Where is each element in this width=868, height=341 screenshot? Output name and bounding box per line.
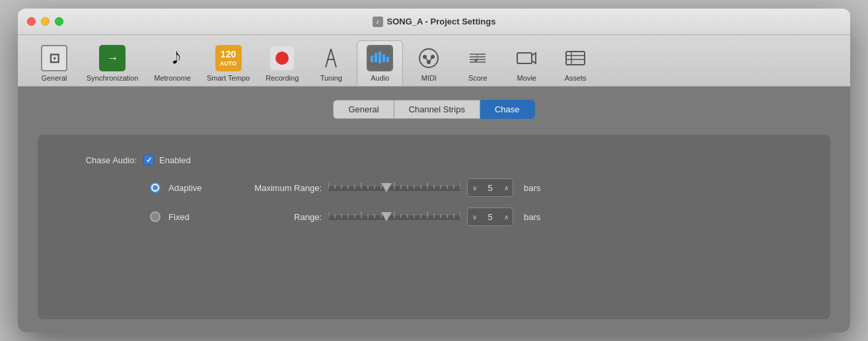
chase-audio-label: Chase Audio: (64, 155, 137, 165)
svg-text:♩: ♩ (474, 52, 479, 63)
score-icon: ♩ (464, 45, 491, 71)
window-controls (27, 17, 63, 26)
main-content: General Channel Strips Chase Chase Audio… (18, 87, 850, 332)
max-range-slider-track (328, 186, 460, 189)
toolbar-label-metro: Metronome (154, 74, 191, 82)
toolbar-item-synchronization[interactable]: → Synchronization (80, 41, 145, 86)
minimize-button[interactable] (41, 17, 50, 26)
settings-panel: Chase Audio: ✓ Enabled Adaptive (38, 135, 830, 319)
toolbar-label-assets: Assets (565, 74, 587, 82)
svg-rect-9 (382, 54, 385, 62)
radio-dot (153, 185, 158, 190)
svg-rect-8 (379, 52, 381, 63)
close-button[interactable] (27, 17, 36, 26)
svg-rect-22 (517, 53, 532, 63)
svg-point-11 (419, 49, 438, 67)
assets-icon (562, 45, 589, 71)
toolbar-item-metronome[interactable]: 𝅘𝅥𝅮 Metronome (147, 41, 198, 86)
fixed-radio[interactable] (150, 211, 161, 222)
sync-icon: → (99, 45, 126, 71)
max-range-slider-thumb[interactable] (381, 183, 392, 192)
general-icon: ⊡ (41, 45, 67, 71)
tempo-icon: 120 AUTO (215, 45, 242, 71)
app-icon: ♪ (373, 17, 383, 27)
toolbar-label-sync: Synchronization (87, 74, 138, 82)
subtab-channel-strips[interactable]: Channel Strips (394, 100, 480, 119)
svg-rect-71 (328, 218, 460, 220)
adaptive-label: Adaptive (168, 183, 215, 193)
range-value-control: ∨ 5 ∧ (467, 208, 513, 226)
toolbar-label-score: Score (468, 74, 488, 82)
max-range-value-control: ∨ 5 ∧ (467, 178, 513, 197)
fixed-row: Fixed Range: (150, 208, 804, 226)
range-label: Range: (242, 212, 322, 222)
max-range-down-button[interactable]: ∨ (468, 179, 481, 196)
range-unit: bars (524, 212, 540, 222)
midi-icon (416, 45, 442, 71)
enabled-checkbox[interactable]: ✓ (143, 155, 154, 165)
subtab-general[interactable]: General (333, 100, 394, 119)
svg-point-1 (275, 52, 289, 65)
toolbar-label-midi: MIDI (421, 74, 437, 82)
subtab-chase[interactable]: Chase (480, 100, 535, 119)
enabled-checkbox-container: ✓ Enabled (143, 155, 191, 165)
movie-icon (513, 45, 540, 71)
adaptive-row: Adaptive Maximum Range: (150, 178, 804, 197)
svg-line-15 (425, 57, 429, 62)
svg-line-3 (331, 49, 336, 67)
toolbar-label-recording: Recording (266, 74, 299, 82)
fixed-label: Fixed (168, 212, 215, 222)
toolbar-item-assets[interactable]: Assets (552, 41, 598, 86)
svg-rect-49 (328, 189, 460, 191)
toolbar-item-smart-tempo[interactable]: 120 AUTO Smart Tempo (200, 41, 256, 86)
toolbar-item-score[interactable]: ♩ Score (454, 41, 501, 86)
max-range-label: Maximum Range: (242, 183, 322, 193)
toolbar-item-recording[interactable]: Recording (259, 41, 305, 86)
enabled-label: Enabled (159, 155, 191, 165)
range-slider-track (328, 215, 460, 218)
chase-audio-row: Chase Audio: ✓ Enabled (64, 155, 804, 165)
svg-line-2 (326, 49, 331, 67)
audio-icon (367, 45, 393, 71)
toolbar-item-tuning[interactable]: Tuning (308, 41, 354, 86)
toolbar-label-audio: Audio (371, 74, 389, 82)
subtabs: General Channel Strips Chase (333, 100, 534, 119)
recording-icon (269, 45, 295, 71)
max-range-up-button[interactable]: ∧ (499, 179, 513, 196)
toolbar-item-audio[interactable]: Audio (357, 40, 403, 86)
max-range-value: 5 (481, 183, 499, 193)
range-value: 5 (481, 212, 499, 222)
metro-icon: 𝅘𝅥𝅮 (159, 45, 186, 71)
toolbar-label-tempo: Smart Tempo (207, 74, 250, 82)
range-down-button[interactable]: ∨ (468, 208, 481, 225)
checkmark-icon: ✓ (146, 156, 152, 165)
toolbar-label-movie: Movie (517, 74, 536, 82)
toolbar-item-general[interactable]: ⊡ General (31, 41, 77, 86)
radio-options: Adaptive Maximum Range: (150, 178, 804, 226)
toolbar-item-midi[interactable]: MIDI (406, 41, 452, 86)
range-slider-container (328, 210, 460, 223)
toolbar-label-tuning: Tuning (320, 74, 342, 82)
toolbar-item-movie[interactable]: Movie (503, 41, 550, 86)
svg-rect-24 (566, 52, 585, 65)
titlebar: ♪ SONG_A - Project Settings (18, 9, 850, 35)
maximize-button[interactable] (55, 17, 63, 26)
max-range-slider-container (328, 181, 460, 194)
range-slider-thumb[interactable] (381, 212, 392, 221)
tuning-icon (318, 45, 344, 71)
svg-rect-10 (386, 57, 389, 62)
max-range-section: Maximum Range: (242, 178, 540, 197)
svg-rect-7 (375, 53, 377, 62)
window-title: ♪ SONG_A - Project Settings (373, 17, 496, 27)
adaptive-radio[interactable] (150, 182, 161, 193)
range-section: Range: (242, 208, 540, 226)
svg-marker-23 (532, 53, 536, 63)
toolbar: ⊡ General → Synchronization 𝅘𝅥𝅮 Metronom… (18, 35, 850, 87)
toolbar-label-general: General (41, 74, 67, 82)
range-up-button[interactable]: ∧ (499, 208, 513, 225)
svg-rect-6 (371, 56, 373, 62)
main-window: ♪ SONG_A - Project Settings ⊡ General → … (18, 9, 850, 332)
svg-line-16 (429, 57, 433, 62)
max-range-unit: bars (524, 183, 540, 193)
